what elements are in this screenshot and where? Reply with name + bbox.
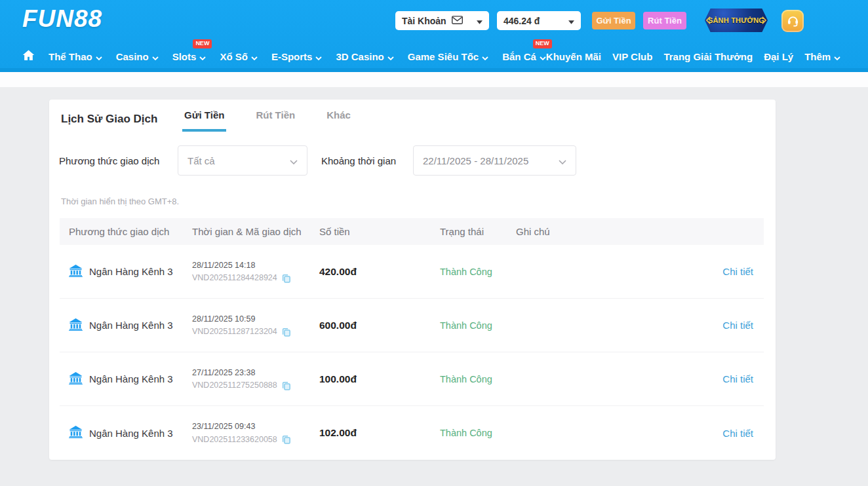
nav-label: Đại Lý bbox=[764, 51, 793, 62]
detail-link[interactable]: Chi tiết bbox=[705, 266, 753, 277]
detail-link[interactable]: Chi tiết bbox=[705, 373, 753, 384]
nav-item-3d-casino[interactable]: 3D Casino bbox=[336, 51, 393, 62]
table-row: Ngân Hàng Kênh 3 28/11/2025 10:59 VND202… bbox=[60, 299, 764, 352]
home-link[interactable] bbox=[22, 49, 35, 64]
date-range-value: 22/11/2025 - 28/11/2025 bbox=[423, 155, 528, 166]
time-cell: 27/11/2025 23:38 VND202511275250888 bbox=[192, 368, 319, 390]
col-header-note: Ghi chú bbox=[516, 226, 705, 237]
new-badge: NEW bbox=[193, 39, 212, 48]
transaction-id: VND202511287123204 bbox=[192, 327, 277, 336]
bank-icon bbox=[69, 265, 83, 279]
nav-label: Slots bbox=[172, 51, 197, 62]
time-cell: 28/11/2025 14:18 VND202511284428924 bbox=[192, 261, 319, 283]
method-cell: Ngân Hàng Kênh 3 bbox=[69, 265, 192, 279]
left-arrow-icon bbox=[706, 16, 711, 25]
payment-method-name: Ngân Hàng Kênh 3 bbox=[89, 320, 173, 331]
right-arrow-icon bbox=[762, 16, 766, 25]
detail-link[interactable]: Chi tiết bbox=[705, 428, 753, 439]
col-header-amount: Số tiền bbox=[319, 226, 440, 237]
chevron-down-icon bbox=[559, 155, 566, 166]
nav-label: E-Sports bbox=[271, 51, 313, 62]
nav-item-the-thao[interactable]: Thể Thao bbox=[49, 51, 102, 62]
main-content: Lịch Sử Giao Dịch Gửi Tiền Rút Tiền Khác… bbox=[0, 87, 868, 486]
nav-item-trang-giai-thuong[interactable]: Trang Giải Thưởng bbox=[663, 51, 753, 62]
nav-item-casino[interactable]: Casino bbox=[116, 51, 159, 62]
status-badge: Thành Công bbox=[440, 320, 516, 331]
detail-link[interactable]: Chi tiết bbox=[705, 320, 753, 331]
table-header-row: Phương thức giao dịch Thời gian & Mã gia… bbox=[60, 218, 764, 245]
page-title: Lịch Sử Giao Dịch bbox=[61, 113, 157, 126]
chevron-down-icon bbox=[290, 155, 298, 166]
payment-method-name: Ngân Hàng Kênh 3 bbox=[89, 266, 173, 277]
nav-label: Casino bbox=[116, 51, 149, 62]
mail-icon bbox=[452, 16, 463, 26]
tab-gui-tien[interactable]: Gửi Tiền bbox=[182, 109, 226, 132]
nav-item-slots[interactable]: NEWSlots bbox=[172, 51, 207, 62]
nav-item-dai-ly[interactable]: Đại Lý bbox=[764, 51, 793, 62]
bank-icon bbox=[69, 318, 83, 333]
site-header: FUN88 Tài Khoản 446.24 đ Gửi Tiền Rút Ti… bbox=[0, 0, 868, 72]
status-badge: Thành Công bbox=[440, 428, 516, 438]
col-header-time: Thời gian & Mã giao dịch bbox=[192, 226, 319, 237]
bank-icon bbox=[69, 426, 83, 440]
copy-icon[interactable] bbox=[281, 381, 291, 390]
main-nav: Thể Thao Casino NEWSlots Xổ Số E-Sports … bbox=[22, 45, 802, 68]
balance-menu[interactable]: 446.24 đ bbox=[497, 11, 581, 30]
chevron-down-icon bbox=[540, 51, 546, 62]
tab-rut-tien[interactable]: Rút Tiền bbox=[254, 109, 297, 132]
date-range-select[interactable]: 22/11/2025 - 28/11/2025 bbox=[413, 145, 576, 176]
method-cell: Ngân Hàng Kênh 3 bbox=[69, 372, 192, 386]
nav-item-vip-club[interactable]: VIP Club bbox=[612, 51, 652, 62]
caret-down-icon bbox=[568, 16, 574, 26]
chevron-down-icon bbox=[152, 51, 159, 62]
chevron-down-icon bbox=[387, 51, 394, 62]
transaction-id: VND202511284428924 bbox=[192, 273, 277, 282]
nav-item-xo-so[interactable]: Xổ Số bbox=[220, 51, 258, 62]
transaction-datetime: 28/11/2025 14:18 bbox=[192, 261, 319, 270]
nav-item-e-sports[interactable]: E-Sports bbox=[271, 51, 323, 62]
nav-item-them[interactable]: Thêm bbox=[804, 51, 840, 62]
nav-label: VIP Club bbox=[612, 51, 652, 62]
chevron-down-icon bbox=[834, 51, 840, 62]
withdraw-button[interactable]: Rút Tiền bbox=[643, 12, 686, 29]
table-row: Ngân Hàng Kênh 3 23/11/2025 09:43 VND202… bbox=[60, 406, 764, 460]
transaction-history-card: Lịch Sử Giao Dịch Gửi Tiền Rút Tiền Khác… bbox=[49, 100, 776, 460]
amount-cell: 420.00đ bbox=[319, 266, 440, 278]
chevron-down-icon bbox=[96, 51, 102, 62]
amount-cell: 600.00đ bbox=[319, 320, 440, 331]
nav-item-ban-ca[interactable]: NEWBắn Cá bbox=[502, 51, 546, 62]
home-icon bbox=[22, 49, 35, 64]
time-cell: 23/11/2025 09:43 VND202511233620058 bbox=[192, 422, 319, 444]
copy-icon[interactable] bbox=[281, 434, 291, 444]
nav-item-khuyen-mai[interactable]: Khuyến Mãi bbox=[546, 51, 601, 62]
nav-left-group: Thể Thao Casino NEWSlots Xổ Số E-Sports … bbox=[22, 49, 546, 64]
sub-header-band bbox=[0, 72, 868, 87]
nav-label: Bắn Cá bbox=[502, 51, 536, 62]
nav-label: Thể Thao bbox=[49, 51, 92, 62]
transaction-id: VND202511275250888 bbox=[192, 381, 277, 390]
nav-label: Khuyến Mãi bbox=[546, 51, 601, 62]
nav-label: 3D Casino bbox=[336, 51, 384, 62]
support-button[interactable] bbox=[781, 10, 804, 32]
copy-icon[interactable] bbox=[281, 273, 291, 283]
bank-icon bbox=[69, 372, 83, 386]
nav-item-game-sieu-toc[interactable]: Game Siêu Tốc bbox=[408, 51, 488, 62]
copy-icon[interactable] bbox=[281, 327, 291, 337]
account-menu[interactable]: Tài Khoản bbox=[395, 11, 489, 30]
fun88-logo[interactable]: FUN88 bbox=[22, 5, 102, 33]
balance-value: 446.24 đ bbox=[503, 16, 540, 26]
status-badge: Thành Công bbox=[440, 267, 516, 277]
history-tabs: Gửi Tiền Rút Tiền Khác bbox=[182, 109, 353, 132]
chevron-down-icon bbox=[199, 51, 206, 62]
status-badge: Thành Công bbox=[440, 374, 516, 384]
deposit-button[interactable]: Gửi Tiền bbox=[592, 12, 635, 29]
method-cell: Ngân Hàng Kênh 3 bbox=[69, 318, 192, 333]
tab-khac[interactable]: Khác bbox=[325, 109, 353, 132]
payment-method-name: Ngân Hàng Kênh 3 bbox=[89, 428, 173, 439]
rewards-hall-label: SẢNH THƯỞNG bbox=[708, 16, 764, 24]
rewards-hall-badge[interactable]: SẢNH THƯỞNG bbox=[705, 9, 768, 32]
date-range-label: Khoảng thời gian bbox=[321, 145, 396, 176]
method-filter-select[interactable]: Tất cả bbox=[178, 145, 307, 176]
new-badge: NEW bbox=[533, 39, 552, 48]
chevron-down-icon bbox=[251, 51, 258, 62]
